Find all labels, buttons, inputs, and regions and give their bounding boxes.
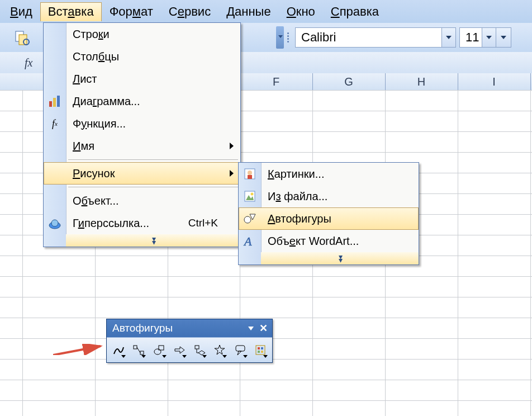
menu-tools-label: Сервис — [169, 4, 211, 18]
svg-point-7 — [51, 220, 58, 226]
menuitem-columns[interactable]: Столбцы — [44, 45, 240, 68]
menuitem-picture-label: Рисунок — [73, 167, 115, 180]
submenu-arrow-icon — [230, 170, 234, 177]
find-replace-icon[interactable] — [14, 30, 30, 45]
insert-menu-dropdown: Строки Столбцы Лист Диаграмма... fx Функ… — [43, 22, 241, 247]
toolbar-grip-icon[interactable] — [287, 32, 293, 42]
svg-marker-23 — [198, 351, 205, 355]
basic-shapes-icon — [153, 344, 165, 356]
autoshapes-flowchart-button[interactable] — [191, 341, 208, 359]
svg-point-14 — [244, 216, 251, 223]
column-header-f[interactable]: F — [240, 73, 313, 90]
font-size-extra-dropdown-icon[interactable] — [496, 27, 511, 48]
menuitem-columns-label: Столбцы — [73, 50, 119, 63]
menuitem-chart[interactable]: Диаграмма... — [44, 90, 240, 112]
svg-rect-3 — [49, 101, 52, 107]
submenu-wordart[interactable]: A Объект WordArt... — [239, 230, 419, 252]
submenu-from-file-label: Из файла... — [268, 190, 327, 203]
autoshapes-lines-button[interactable] — [110, 341, 127, 359]
connectors-icon — [132, 344, 145, 356]
stars-icon — [213, 344, 226, 356]
toolbar-overflow-icon[interactable] — [276, 26, 284, 49]
autoshapes-stars-button[interactable] — [211, 341, 228, 359]
font-size-dropdown-icon[interactable] — [482, 28, 496, 47]
column-header-i[interactable]: I — [458, 73, 531, 90]
svg-text:A: A — [243, 234, 252, 248]
picture-submenu: Картинки... Из файла... Автофигуры A Объ… — [238, 162, 419, 265]
menuitem-picture[interactable]: Рисунок — [44, 162, 240, 185]
menuitem-hyperlink-label: Гиперссылка... — [73, 217, 149, 230]
column-header-h[interactable]: H — [385, 73, 458, 90]
menuitem-hyperlink-shortcut: Ctrl+K — [188, 217, 218, 229]
font-size-combo[interactable]: 11 — [459, 27, 496, 48]
svg-rect-18 — [140, 351, 144, 354]
autoshapes-title: Автофигуры — [112, 322, 173, 334]
chevron-down-double-icon: ▾▾ — [339, 255, 341, 262]
svg-rect-30 — [258, 351, 260, 353]
svg-rect-31 — [261, 351, 263, 353]
submenu-from-file[interactable]: Из файла... — [239, 185, 419, 207]
submenu-autoshapes-label: Автофигуры — [268, 212, 331, 225]
submenu-autoshapes[interactable]: Автофигуры — [239, 207, 419, 230]
menu-help-label: Справка — [331, 4, 379, 18]
flowchart-icon — [193, 344, 206, 356]
more-autoshapes-icon — [254, 344, 267, 356]
menu-view[interactable]: Вид — [2, 2, 40, 21]
chevron-down-double-icon: ▾▾ — [152, 237, 155, 244]
autoshapes-titlebar[interactable]: Автофигуры ✕ — [107, 319, 272, 337]
menu-window[interactable]: Окно — [279, 2, 323, 21]
svg-marker-21 — [175, 347, 184, 353]
menu-window-label: Окно — [287, 4, 315, 18]
menuitem-name-label: Имя — [73, 140, 94, 153]
autoshapes-basic-button[interactable] — [151, 341, 168, 359]
menu-help[interactable]: Справка — [323, 2, 387, 21]
svg-point-9 — [248, 171, 252, 175]
menuitem-function[interactable]: fx Функция... — [44, 112, 240, 135]
svg-point-13 — [251, 193, 254, 196]
block-arrows-icon — [173, 344, 186, 356]
font-name-value: Calibri — [301, 30, 336, 45]
chart-icon — [46, 92, 64, 110]
menuitem-chart-label: Диаграмма... — [73, 95, 140, 108]
autoshapes-toolbar[interactable]: Автофигуры ✕ — [106, 319, 273, 363]
menu-expand-button[interactable]: ▾▾ — [66, 234, 240, 247]
svg-rect-5 — [57, 96, 60, 107]
svg-rect-28 — [258, 347, 260, 349]
font-name-combo[interactable]: Calibri — [295, 27, 456, 48]
menuitem-sheet[interactable]: Лист — [44, 68, 240, 90]
autoshapes-icon — [241, 210, 259, 228]
menu-format[interactable]: Формат — [102, 2, 161, 21]
menuitem-rows[interactable]: Строки — [44, 23, 240, 45]
svg-marker-24 — [215, 345, 225, 354]
column-header-g[interactable]: G — [312, 73, 386, 90]
svg-rect-25 — [236, 346, 245, 351]
svg-rect-22 — [195, 346, 199, 349]
toolbar-menu-icon[interactable] — [248, 327, 254, 330]
submenu-expand-button[interactable]: ▾▾ — [261, 252, 419, 264]
fx-icon[interactable]: fx — [25, 56, 32, 69]
autoshapes-callouts-button[interactable] — [232, 341, 249, 359]
menu-insert[interactable]: Вставка — [40, 2, 102, 21]
menu-view-label: Вид — [10, 4, 32, 18]
callouts-icon — [234, 344, 246, 356]
menu-data[interactable]: Данные — [218, 2, 279, 21]
menuitem-name[interactable]: Имя — [44, 135, 240, 157]
autoshapes-arrows-button[interactable] — [171, 341, 188, 359]
submenu-clipart[interactable]: Картинки... — [239, 163, 419, 185]
autoshapes-connectors-button[interactable] — [130, 341, 147, 359]
submenu-wordart-label: Объект WordArt... — [268, 235, 359, 248]
function-icon: fx — [46, 115, 64, 133]
close-icon[interactable]: ✕ — [259, 322, 268, 334]
menu-format-label: Формат — [110, 4, 153, 18]
menu-tools[interactable]: Сервис — [161, 2, 218, 21]
menu-data-label: Данные — [226, 4, 271, 18]
menu-bar: Вид Вставка Формат Сервис Данные Окно Сп… — [0, 0, 532, 23]
font-name-dropdown-icon[interactable] — [441, 28, 455, 47]
submenu-arrow-icon — [230, 143, 234, 149]
autoshapes-more-button[interactable] — [252, 341, 269, 359]
svg-rect-10 — [248, 175, 252, 179]
menuitem-hyperlink[interactable]: Гиперссылка... Ctrl+K — [44, 212, 240, 234]
menuitem-object[interactable]: Объект... — [44, 190, 240, 212]
hyperlink-icon — [46, 214, 64, 232]
font-size-value: 11 — [466, 30, 479, 45]
